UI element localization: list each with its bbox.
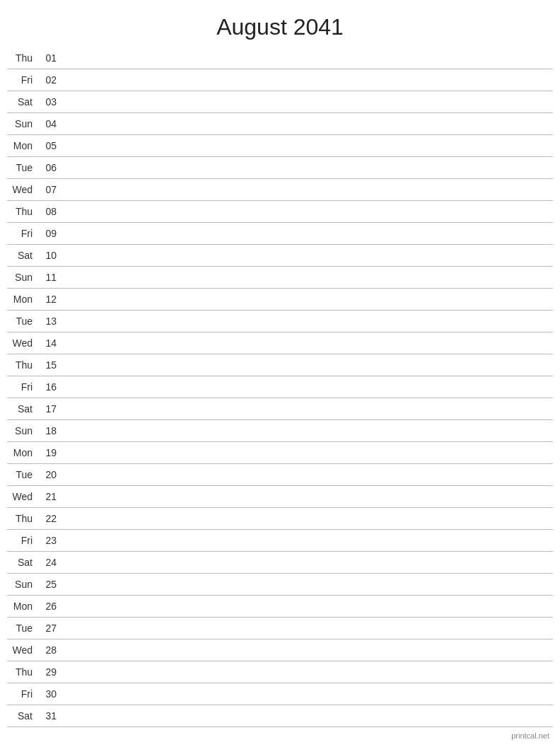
day-number: 01 <box>37 52 57 64</box>
day-line <box>62 431 553 432</box>
day-line <box>62 102 553 103</box>
day-row: Fri23 <box>7 530 553 552</box>
day-row: Wed21 <box>7 486 553 508</box>
day-row: Thu01 <box>7 47 553 69</box>
day-row: Mon19 <box>7 442 553 464</box>
day-line <box>62 146 553 146</box>
day-row: Sat31 <box>7 705 553 727</box>
day-number: 20 <box>37 469 57 480</box>
day-number: 30 <box>37 688 57 700</box>
day-name: Sat <box>7 710 37 722</box>
day-name: Fri <box>7 535 37 546</box>
day-row: Wed28 <box>7 639 553 661</box>
day-line <box>62 409 553 410</box>
footer-text: printcal.net <box>511 731 549 740</box>
day-line <box>62 562 553 563</box>
day-line <box>62 168 553 168</box>
day-row: Mon05 <box>7 135 553 157</box>
day-row: Tue27 <box>7 618 553 639</box>
day-name: Thu <box>7 359 37 371</box>
day-row: Wed14 <box>7 332 553 354</box>
day-number: 03 <box>37 96 57 108</box>
day-row: Tue20 <box>7 464 553 486</box>
day-name: Sat <box>7 403 37 415</box>
day-row: Fri09 <box>7 223 553 245</box>
page-title: August 2041 <box>0 0 560 47</box>
day-number: 09 <box>37 228 57 239</box>
day-line <box>62 233 553 234</box>
day-line <box>62 255 553 256</box>
day-line <box>62 190 553 190</box>
day-row: Tue13 <box>7 311 553 332</box>
day-name: Mon <box>7 601 37 612</box>
day-number: 27 <box>37 622 57 634</box>
day-name: Fri <box>7 228 37 239</box>
day-line <box>62 694 553 695</box>
day-name: Tue <box>7 162 37 173</box>
day-line <box>62 584 553 585</box>
day-number: 26 <box>37 601 57 612</box>
day-line <box>62 365 553 366</box>
day-name: Sun <box>7 272 37 283</box>
day-line <box>62 650 553 651</box>
day-number: 23 <box>37 535 57 546</box>
day-number: 06 <box>37 162 57 173</box>
day-line <box>62 540 553 541</box>
day-name: Fri <box>7 688 37 700</box>
day-row: Tue06 <box>7 157 553 179</box>
day-name: Sat <box>7 250 37 261</box>
day-line <box>62 124 553 124</box>
day-name: Tue <box>7 315 37 327</box>
day-number: 28 <box>37 644 57 656</box>
day-number: 17 <box>37 403 57 415</box>
day-line <box>62 321 553 322</box>
day-number: 05 <box>37 140 57 151</box>
day-row: Sat10 <box>7 245 553 267</box>
day-number: 14 <box>37 337 57 349</box>
day-name: Fri <box>7 381 37 393</box>
day-number: 31 <box>37 710 57 722</box>
day-row: Thu29 <box>7 661 553 683</box>
day-name: Wed <box>7 184 37 195</box>
day-line <box>62 387 553 388</box>
day-name: Sun <box>7 579 37 590</box>
day-row: Sun25 <box>7 574 553 596</box>
day-number: 25 <box>37 579 57 590</box>
day-line <box>62 299 553 300</box>
day-number: 12 <box>37 294 57 305</box>
day-name: Sat <box>7 557 37 568</box>
day-name: Wed <box>7 644 37 656</box>
day-name: Sat <box>7 96 37 108</box>
day-line <box>62 497 553 497</box>
day-name: Wed <box>7 491 37 502</box>
day-line <box>62 453 553 453</box>
day-number: 29 <box>37 666 57 678</box>
day-number: 16 <box>37 381 57 393</box>
day-line <box>62 475 553 475</box>
day-name: Thu <box>7 206 37 217</box>
day-row: Wed07 <box>7 179 553 201</box>
day-line <box>62 716 553 717</box>
day-name: Thu <box>7 513 37 524</box>
day-line <box>62 80 553 81</box>
day-row: Thu15 <box>7 354 553 376</box>
day-row: Thu22 <box>7 508 553 530</box>
day-name: Tue <box>7 469 37 480</box>
day-name: Mon <box>7 294 37 305</box>
day-number: 13 <box>37 315 57 327</box>
day-line <box>62 672 553 673</box>
day-row: Mon12 <box>7 289 553 311</box>
day-name: Sun <box>7 425 37 436</box>
day-name: Mon <box>7 447 37 458</box>
day-line <box>62 519 553 519</box>
day-number: 08 <box>37 206 57 217</box>
day-row: Sat24 <box>7 552 553 574</box>
day-row: Sun11 <box>7 267 553 289</box>
day-line <box>62 628 553 629</box>
day-number: 02 <box>37 74 57 86</box>
day-name: Sun <box>7 118 37 129</box>
day-line <box>62 606 553 607</box>
calendar-container: Thu01Fri02Sat03Sun04Mon05Tue06Wed07Thu08… <box>0 47 560 727</box>
day-line <box>62 58 553 59</box>
day-row: Sun18 <box>7 420 553 442</box>
